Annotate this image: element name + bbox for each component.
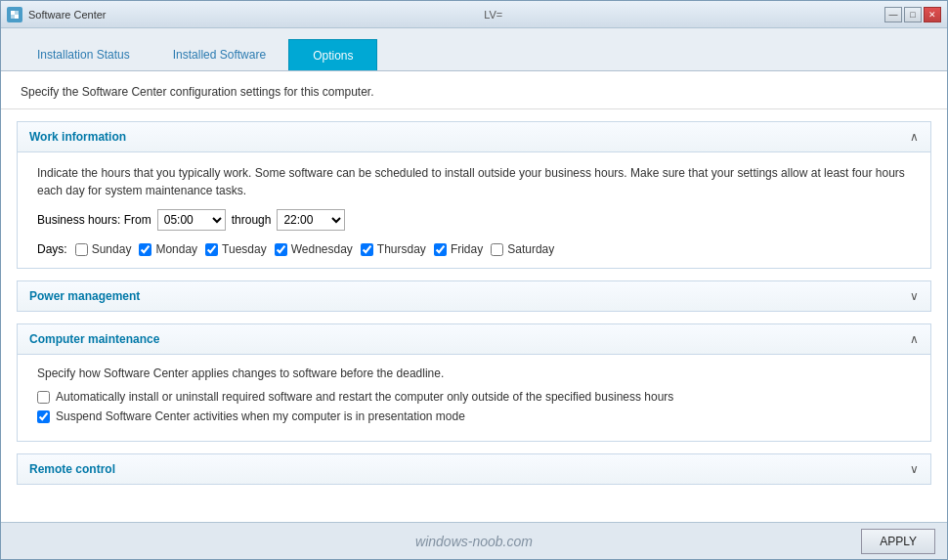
suspend-presentation-checkbox[interactable] — [37, 410, 50, 423]
maintenance-description: Specify how Software Center applies chan… — [37, 366, 911, 380]
tab-installation-status[interactable]: Installation Status — [17, 39, 151, 70]
through-label: through — [232, 213, 272, 227]
maintenance-option-auto-install: Automatically install or uninstall requi… — [37, 390, 911, 404]
section-remote-control: Remote control ∨ — [17, 453, 931, 485]
section-power-management-header[interactable]: Power management ∨ — [18, 281, 930, 311]
days-row: Days: Sunday Monday Tuesday Wednesday — [37, 242, 911, 256]
day-tuesday-checkbox[interactable] — [205, 243, 218, 256]
watermark: windows-noob.com — [415, 534, 533, 549]
minimize-button[interactable]: — — [884, 7, 902, 22]
business-hours-from-label: Business hours: From — [37, 213, 151, 227]
page-description: Specify the Software Center configuratio… — [1, 71, 947, 109]
maximize-button[interactable]: □ — [904, 7, 922, 22]
lv-label: LV= — [484, 9, 502, 21]
auto-install-label: Automatically install or uninstall requi… — [56, 390, 673, 404]
section-remote-control-title: Remote control — [29, 462, 115, 476]
maintenance-option-suspend: Suspend Software Center activities when … — [37, 409, 911, 423]
from-time-select[interactable]: 05:00 06:00 07:00 08:00 — [157, 209, 226, 231]
day-friday-checkbox[interactable] — [434, 243, 447, 256]
section-computer-maintenance-body: Specify how Software Center applies chan… — [18, 355, 930, 441]
day-thursday-label[interactable]: Thursday — [361, 242, 426, 256]
main-window: Software Center LV= — □ ✕ Installation S… — [0, 0, 948, 560]
section-work-information: Work information ∧ Indicate the hours th… — [17, 121, 931, 269]
section-work-information-header[interactable]: Work information ∧ — [18, 122, 930, 152]
section-power-management: Power management ∨ — [17, 280, 931, 312]
apply-button[interactable]: APPLY — [861, 529, 935, 554]
day-monday-checkbox[interactable] — [139, 243, 151, 256]
svg-rect-1 — [15, 15, 19, 19]
section-remote-control-header[interactable]: Remote control ∨ — [18, 454, 930, 484]
work-information-chevron-icon: ∧ — [910, 130, 919, 144]
section-computer-maintenance-header[interactable]: Computer maintenance ∧ — [18, 324, 930, 355]
day-sunday-label[interactable]: Sunday — [75, 242, 132, 256]
day-friday-label[interactable]: Friday — [434, 242, 483, 256]
window-title: Software Center — [28, 9, 106, 21]
section-computer-maintenance: Computer maintenance ∧ Specify how Softw… — [17, 323, 931, 442]
power-management-chevron-icon: ∨ — [910, 289, 919, 303]
day-wednesday-checkbox[interactable] — [275, 243, 287, 256]
section-power-management-title: Power management — [29, 289, 140, 303]
business-hours-row: Business hours: From 05:00 06:00 07:00 0… — [37, 209, 911, 231]
title-bar-left: Software Center — [7, 7, 106, 22]
day-sunday-checkbox[interactable] — [75, 243, 88, 256]
svg-rect-3 — [11, 15, 15, 19]
day-tuesday-label[interactable]: Tuesday — [205, 242, 267, 256]
computer-maintenance-chevron-icon: ∧ — [910, 332, 919, 346]
auto-install-checkbox[interactable] — [37, 391, 50, 404]
window-controls: — □ ✕ — [884, 7, 941, 22]
work-info-description: Indicate the hours that you typically wo… — [37, 164, 911, 199]
section-work-information-title: Work information — [29, 130, 126, 144]
suspend-presentation-label: Suspend Software Center activities when … — [56, 409, 465, 423]
svg-rect-0 — [11, 11, 15, 15]
through-time-select[interactable]: 20:00 21:00 22:00 23:00 — [277, 209, 345, 231]
content-area: Specify the Software Center configuratio… — [1, 71, 947, 522]
day-monday-label[interactable]: Monday — [139, 242, 197, 256]
tab-bar: Installation Status Installed Software O… — [1, 28, 947, 71]
app-icon — [7, 7, 22, 22]
tab-installed-software[interactable]: Installed Software — [152, 39, 286, 70]
remote-control-chevron-icon: ∨ — [910, 462, 919, 476]
day-wednesday-label[interactable]: Wednesday — [275, 242, 353, 256]
section-computer-maintenance-title: Computer maintenance — [29, 332, 159, 346]
title-bar: Software Center LV= — □ ✕ — [1, 1, 947, 28]
days-label: Days: — [37, 242, 67, 256]
tab-options[interactable]: Options — [288, 39, 377, 70]
day-saturday-label[interactable]: Saturday — [491, 242, 554, 256]
close-button[interactable]: ✕ — [924, 7, 941, 22]
section-work-information-body: Indicate the hours that you typically wo… — [18, 152, 930, 268]
day-thursday-checkbox[interactable] — [361, 243, 373, 256]
svg-rect-2 — [15, 11, 19, 15]
footer: windows-noob.com APPLY — [1, 522, 947, 559]
day-saturday-checkbox[interactable] — [491, 243, 503, 256]
